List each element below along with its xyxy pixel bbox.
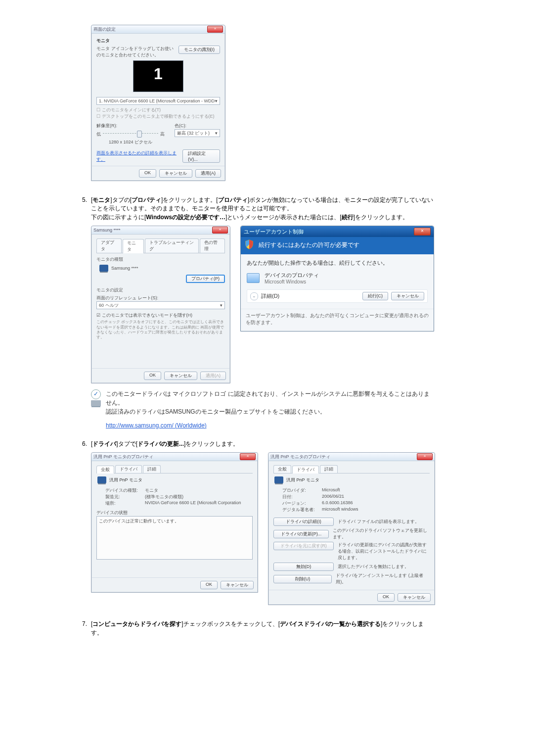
pnp-driver-title: 汎用 PnP モニタのプロパティ [270,454,417,460]
driver-rollback-button[interactable]: ドライバを元に戻す(R) [273,542,334,550]
version-label: バージョン: [282,500,322,507]
step-7: 7. [コンピュータからドライバを探す]チェックボックスをチェックして、[デバイ… [74,620,435,637]
chevron-down-icon[interactable]: ⌄ [250,292,258,300]
refresh-rate-label: 画面のリフレッシュ レート(S): [96,295,225,301]
uac-device-props-label: デバイスのプロパティ [265,272,319,279]
apply-button[interactable]: 適用(A) [200,372,226,380]
manufacturer-label: 製造元: [105,494,145,500]
step-5-body: [モニタ]タブの[プロパティ]をクリックします。[プロパティ]ボタンが無効になっ… [91,196,435,222]
driver-disable-button[interactable]: 無効(D) [273,563,334,571]
step-6-body: [ドライバ]タブで[ドライバの更新...]をクリックします。 [91,440,435,448]
uac-device-props-vendor: Microsoft Windows [265,279,319,284]
date-value: 2006/06/21 [322,494,344,500]
monitor-name: Samsung **** [111,266,138,271]
ok-button[interactable]: OK [144,372,161,380]
driver-uninstall-button[interactable]: 削除(U) [273,575,332,583]
pnp-general-heading: 汎用 PnP モニタ [109,477,142,483]
uac-titlebar: ユーザーアカウント制御 [244,228,414,236]
pnp-driver-heading: 汎用 PnP モニタ [286,477,319,483]
signer-label: デジタル署名者: [282,507,322,513]
resolution-label: 解像度(R): [96,123,165,129]
tab-general[interactable]: 全般 [96,466,114,473]
cb-main-monitor: ☐ このモニタをメインにする(T) [96,107,220,113]
pnp-monitor-general-dialog: 汎用 PnP モニタのプロパティ × 全般 ドライバ 詳細 汎用 PnP モニタ… [91,452,258,593]
monitor-icon [274,476,283,483]
close-icon[interactable]: × [414,228,431,236]
uac-heading: 続行するにはあなたの許可が必要です [259,241,359,248]
monitor-icon [99,265,108,272]
chevron-down-icon: ▾ [215,131,218,136]
display-target-select[interactable]: 1. NVIDIA GeForce 6600 LE (Microsoft Cor… [96,97,220,105]
uac-details-button[interactable]: 詳細(D) [261,292,279,300]
tab-details[interactable]: 詳細 [143,465,161,473]
resolution-value: 1280 x 1024 ピクセル [96,139,165,145]
refresh-rate-value: 60 ヘルツ [99,302,220,309]
uac-cancel-button[interactable]: キャンセル [391,292,424,300]
check-icon: ✓ [91,389,101,399]
monitor-type-group: モニタの種類 [96,256,225,263]
close-icon[interactable]: × [417,453,433,460]
tab-monitor[interactable]: モニタ [123,239,144,253]
samsung-link[interactable]: http://www.samsung.com/ (Worldwide) [106,422,207,429]
tab-general[interactable]: 全般 [273,465,291,473]
provider-value: Microsoft [322,487,340,494]
tab-driver[interactable]: ドライバ [292,466,319,473]
ok-button[interactable]: OK [377,593,395,602]
tab-color-management[interactable]: 色の管理 [200,238,225,253]
color-label: 色(C): [175,123,220,129]
monitor-properties-button[interactable]: プロパティ(P) [186,275,225,283]
chevron-down-icon: ▾ [215,98,218,103]
close-icon[interactable]: × [212,227,228,234]
advanced-settings-link[interactable]: 画面を表示させるための詳細を表示します。 [96,150,182,163]
tab-driver[interactable]: ドライバ [115,465,142,473]
cancel-button[interactable]: キャンセル [221,581,254,589]
advanced-settings-button[interactable]: 詳細設定(V)... [182,149,220,163]
step-7-body: [コンピュータからドライバを探す]チェックボックスをチェックして、[デバイスドラ… [91,620,435,637]
location-label: 場所: [105,500,145,507]
resolution-slider[interactable] [103,130,158,137]
tab-adapter[interactable]: アダプタ [96,238,122,253]
close-icon[interactable]: × [240,453,256,460]
provider-label: プロバイダ: [282,487,322,494]
chevron-down-icon: ▾ [220,303,222,308]
refresh-rate-select[interactable]: 60 ヘルツ ▾ [96,301,225,309]
driver-uninstall-desc: ドライバをアンインストールします (上級者用)。 [336,572,430,585]
monitor-section-label: モニタ [96,38,220,44]
pnp-monitor-driver-dialog: 汎用 PnP モニタのプロパティ × 全般 ドライバ 詳細 汎用 PnP モニタ… [268,452,435,605]
hide-unsupported-checkbox[interactable]: ☑ このモニタでは表示できないモードを隠す(H) [96,312,225,319]
monitor-icon [97,476,106,483]
monitor-properties-title: Samsung **** [93,228,212,233]
apply-button[interactable]: 適用(A) [195,169,221,178]
identify-monitors-button[interactable]: モニタの識別(I) [178,46,221,54]
cancel-button[interactable]: キャンセル [159,169,192,178]
drag-hint: モニタ アイコンをドラッグしてお使いのモニタと合わせてください。 [96,46,176,58]
driver-details-desc: ドライバ ファイルの詳細を表示します。 [338,519,419,525]
tab-troubleshooting[interactable]: トラブルシューティング [145,238,199,253]
uac-body-text: あなたが開始した操作である場合は、続行してください。 [247,259,428,267]
step-5: 5. [モニタ]タブの[プロパティ]をクリックします。[プロパティ]ボタンが無効… [74,196,435,222]
location-value: NVIDIA GeForce 6600 LE (Microsoft Corpor… [145,500,241,507]
uac-continue-button[interactable]: 続行(C) [362,292,389,300]
date-label: 日付: [282,494,322,500]
driver-details-button[interactable]: ドライバの詳細(I) [273,518,334,526]
color-select[interactable]: 最高 (32 ビット) ▾ [175,129,220,137]
monitor-preview[interactable]: 1 [133,60,183,92]
tab-details[interactable]: 詳細 [320,465,338,473]
device-type-value: モニタ [145,487,158,494]
monitor-settings-group: モニタの設定 [96,287,225,293]
cancel-button[interactable]: キャンセル [398,593,431,602]
slider-high-label: 高 [160,131,165,138]
driver-update-button[interactable]: ドライバの更新(P)... [273,530,329,538]
driver-note-line2: 認証済みのドライバはSAMSUNGのモニター製品ウェブサイトをご確認ください。 [106,407,435,416]
device-status-box: このデバイスは正常に動作しています。 [96,516,253,560]
driver-disable-desc: 選択したデバイスを無効にします。 [338,564,409,570]
close-icon[interactable]: × [207,26,223,33]
driver-update-desc: このデバイスのドライバ ソフトウェアを更新します。 [333,527,430,540]
display-settings-dialog: 画面の設定 × モニタ モニタ アイコンをドラッグしてお使いのモニタと合わせてく… [91,25,225,181]
signer-value: microsoft windows [322,507,358,513]
device-props-icon [247,273,260,283]
ok-button[interactable]: OK [200,581,218,589]
ok-button[interactable]: OK [139,169,156,178]
cancel-button[interactable]: キャンセル [164,372,197,380]
device-status-group: デバイスの状態 [96,510,253,516]
